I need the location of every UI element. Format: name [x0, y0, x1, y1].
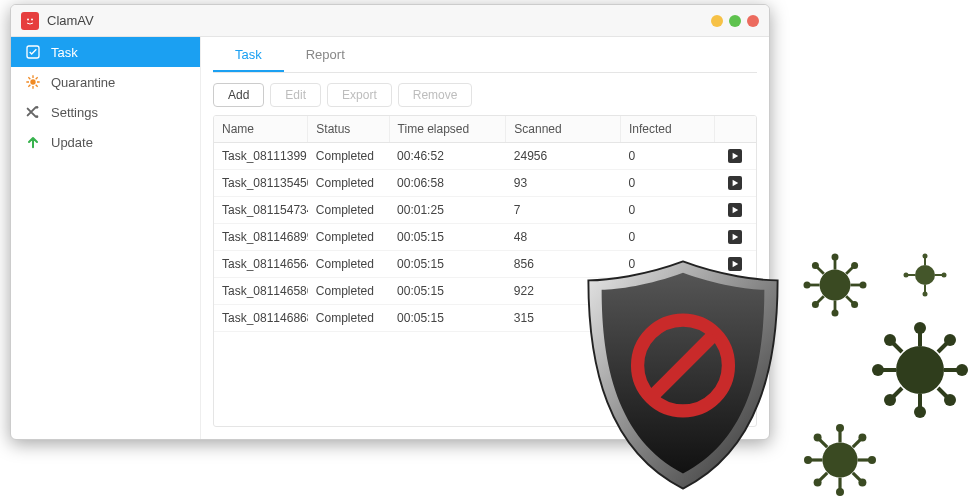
- svg-point-50: [956, 364, 968, 376]
- svg-line-28: [815, 296, 823, 304]
- svg-marker-15: [733, 180, 739, 186]
- sidebar-item-quarantine[interactable]: Quarantine: [11, 67, 200, 97]
- titlebar: ClamAV: [11, 5, 769, 37]
- col-status[interactable]: Status: [308, 116, 389, 143]
- app-icon: [21, 12, 39, 30]
- main-panel: Task Report Add Edit Export Remove Name: [201, 37, 769, 439]
- cell-time: 00:05:15: [389, 251, 506, 278]
- maximize-button[interactable]: [729, 15, 741, 27]
- cell-infected: 0: [620, 143, 714, 170]
- cell-action: [714, 170, 756, 197]
- cell-infected: 0: [620, 278, 714, 305]
- cell-action: [714, 278, 756, 305]
- window-controls: [711, 15, 759, 27]
- cell-scanned: 7: [506, 197, 621, 224]
- cell-time: 00:05:15: [389, 278, 506, 305]
- cell-action: [714, 197, 756, 224]
- cell-status: Completed: [308, 197, 389, 224]
- svg-point-70: [814, 478, 822, 486]
- svg-marker-17: [733, 234, 739, 240]
- cell-name: Task_081146899: [214, 224, 308, 251]
- svg-point-36: [812, 301, 819, 308]
- svg-point-51: [884, 334, 896, 346]
- svg-line-43: [890, 340, 902, 352]
- tab-report[interactable]: Report: [284, 39, 367, 72]
- table-header-row: Name Status Time elapsed Scanned Infecte…: [214, 116, 756, 143]
- table-row[interactable]: Task_081146564Completed00:05:158560: [214, 251, 756, 278]
- cell-status: Completed: [308, 170, 389, 197]
- table-row[interactable]: Task_081146868Completed00:05:153150: [214, 305, 756, 332]
- window-body: Task Quarantine Settings Update: [11, 37, 769, 439]
- svg-point-77: [923, 254, 928, 259]
- cell-infected: 0: [620, 170, 714, 197]
- cell-name: Task_081154734: [214, 197, 308, 224]
- svg-point-21: [820, 270, 851, 301]
- table-row[interactable]: Task_081135450Completed00:06:58930: [214, 170, 756, 197]
- sidebar-item-label: Settings: [51, 105, 98, 120]
- svg-point-54: [944, 334, 956, 346]
- col-action: [714, 116, 756, 143]
- play-icon[interactable]: [728, 203, 742, 217]
- cell-infected: 0: [620, 224, 714, 251]
- table-row[interactable]: Task_081146899Completed00:05:15480: [214, 224, 756, 251]
- export-button[interactable]: Export: [327, 83, 392, 107]
- play-icon[interactable]: [728, 257, 742, 271]
- table-row[interactable]: Task_081154734Completed00:01:2570: [214, 197, 756, 224]
- cell-action: [714, 224, 756, 251]
- play-icon[interactable]: [728, 176, 742, 190]
- svg-point-0: [27, 18, 29, 20]
- cell-action: [714, 143, 756, 170]
- cell-name: Task_081146868: [214, 305, 308, 332]
- tabs: Task Report: [213, 37, 757, 73]
- app-window: ClamAV Task Quarantine: [10, 4, 770, 440]
- add-button[interactable]: Add: [213, 83, 264, 107]
- sidebar-item-update[interactable]: Update: [11, 127, 200, 157]
- tab-task[interactable]: Task: [213, 39, 284, 72]
- update-icon: [25, 134, 41, 150]
- svg-point-13: [36, 115, 39, 118]
- svg-point-64: [836, 424, 844, 432]
- col-time[interactable]: Time elapsed: [389, 116, 506, 143]
- remove-button[interactable]: Remove: [398, 83, 473, 107]
- task-icon: [25, 44, 41, 60]
- svg-marker-18: [733, 261, 739, 267]
- sidebar-item-task[interactable]: Task: [11, 37, 200, 67]
- col-infected[interactable]: Infected: [620, 116, 714, 143]
- svg-point-47: [914, 322, 926, 334]
- play-icon[interactable]: [728, 230, 742, 244]
- app-title: ClamAV: [47, 13, 703, 28]
- cell-scanned: 315: [506, 305, 621, 332]
- virus-illustration: [800, 250, 870, 320]
- svg-point-52: [944, 394, 956, 406]
- sidebar-item-label: Update: [51, 135, 93, 150]
- minimize-button[interactable]: [711, 15, 723, 27]
- svg-line-27: [846, 296, 854, 304]
- cell-status: Completed: [308, 251, 389, 278]
- cell-scanned: 93: [506, 170, 621, 197]
- svg-line-60: [818, 438, 828, 448]
- svg-point-35: [851, 301, 858, 308]
- svg-point-78: [923, 292, 928, 297]
- edit-button[interactable]: Edit: [270, 83, 321, 107]
- svg-point-71: [858, 434, 866, 442]
- svg-point-12: [36, 106, 39, 109]
- close-button[interactable]: [747, 15, 759, 27]
- svg-point-37: [851, 262, 858, 269]
- svg-point-1: [31, 18, 33, 20]
- svg-point-34: [812, 262, 819, 269]
- svg-point-65: [836, 488, 844, 496]
- svg-line-29: [846, 265, 854, 273]
- table-row[interactable]: Task_081146586Completed00:05:159220: [214, 278, 756, 305]
- cell-action: [714, 305, 756, 332]
- play-icon[interactable]: [728, 149, 742, 163]
- svg-point-31: [832, 310, 839, 317]
- sidebar-item-settings[interactable]: Settings: [11, 97, 200, 127]
- table-row[interactable]: Task_08111399Completed00:46:52249560: [214, 143, 756, 170]
- cell-infected: 0: [620, 251, 714, 278]
- col-name[interactable]: Name: [214, 116, 308, 143]
- cell-time: 00:01:25: [389, 197, 506, 224]
- cell-time: 00:06:58: [389, 170, 506, 197]
- settings-icon: [25, 104, 41, 120]
- svg-point-30: [832, 254, 839, 261]
- col-scanned[interactable]: Scanned: [506, 116, 621, 143]
